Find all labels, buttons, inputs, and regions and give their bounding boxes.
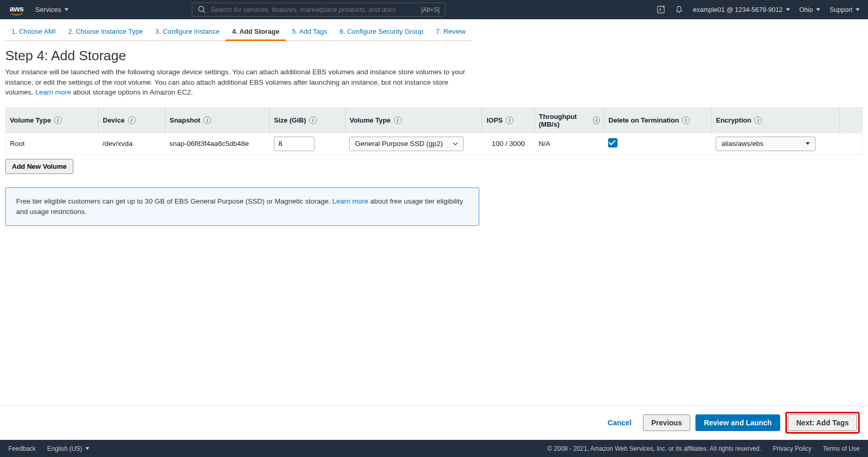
svg-point-0 bbox=[199, 6, 204, 11]
cell-device: /dev/xvda bbox=[98, 133, 165, 155]
desc-post: about storage options in Amazon EC2. bbox=[71, 88, 193, 96]
free-tier-info-box: Free tier eligible customers can get up … bbox=[5, 187, 479, 226]
info-icon[interactable]: i bbox=[593, 116, 600, 124]
cell-snapshot: snap-06f83f4aa6c5db48e bbox=[165, 133, 270, 155]
cloudshell-icon[interactable] bbox=[656, 5, 665, 14]
encryption-select[interactable]: alias/aws/ebs bbox=[716, 137, 816, 151]
caret-down-icon bbox=[64, 8, 69, 11]
caret-down-icon bbox=[856, 8, 860, 11]
col-snapshot: Snapshot bbox=[169, 116, 200, 124]
storage-table: Volume Typei Devicei Snapshoti Size (GiB… bbox=[5, 107, 863, 155]
support-menu[interactable]: Support bbox=[830, 6, 860, 14]
table-header-row: Volume Typei Devicei Snapshoti Size (GiB… bbox=[6, 107, 863, 133]
col-iops: IOPS bbox=[486, 116, 503, 124]
info-icon[interactable]: i bbox=[128, 116, 136, 124]
search-input[interactable] bbox=[211, 6, 421, 14]
cell-throughput: N/A bbox=[534, 133, 604, 155]
info-icon[interactable]: i bbox=[682, 116, 690, 124]
info-icon[interactable]: i bbox=[754, 116, 762, 124]
search-icon bbox=[198, 5, 206, 14]
page-title: Step 4: Add Storage bbox=[5, 48, 863, 64]
col-throughput: Throughput (MB/s) bbox=[539, 113, 590, 128]
delete-on-termination-checkbox[interactable] bbox=[608, 138, 617, 147]
info-icon[interactable]: i bbox=[54, 116, 62, 124]
add-volume-button[interactable]: Add New Volume bbox=[5, 159, 73, 174]
chevron-down-icon bbox=[453, 142, 458, 145]
tab-choose-ami[interactable]: 1. Choose AMI bbox=[5, 24, 62, 41]
aws-swoosh-icon bbox=[8, 13, 25, 16]
learn-more-link[interactable]: Learn more bbox=[35, 88, 71, 96]
header-right: example01 @ 1234-5678-9012 Ohio Support bbox=[656, 5, 860, 14]
aws-logo[interactable]: aws bbox=[8, 4, 25, 16]
info-icon[interactable]: i bbox=[394, 116, 402, 124]
tab-add-storage[interactable]: 4. Add Storage bbox=[226, 24, 285, 41]
services-menu[interactable]: Services bbox=[35, 6, 69, 14]
info-icon[interactable]: i bbox=[203, 116, 211, 124]
info-icon[interactable]: i bbox=[506, 116, 514, 124]
size-input[interactable] bbox=[274, 137, 314, 151]
info-icon[interactable]: i bbox=[309, 116, 317, 124]
tab-review[interactable]: 7. Review bbox=[430, 24, 472, 41]
table-row: Root /dev/xvda snap-06f83f4aa6c5db48e Ge… bbox=[6, 133, 863, 155]
wizard-tabs: 1. Choose AMI 2. Choose Instance Type 3.… bbox=[0, 19, 868, 42]
tab-security-group[interactable]: 6. Configure Security Group bbox=[333, 24, 429, 41]
col-size: Size (GiB) bbox=[274, 116, 306, 124]
col-volume-type: Volume Type bbox=[350, 116, 391, 124]
global-header: aws Services [Alt+S] example01 @ 1234-56… bbox=[0, 0, 868, 19]
info-learn-more-link[interactable]: Learn more bbox=[333, 197, 369, 205]
svg-line-1 bbox=[203, 11, 205, 13]
account-menu[interactable]: example01 @ 1234-5678-9012 bbox=[693, 6, 790, 14]
search-shortcut: [Alt+S] bbox=[421, 6, 440, 14]
cell-volume-kind: Root bbox=[6, 133, 99, 155]
col-encryption: Encryption bbox=[716, 116, 751, 124]
tab-configure-instance[interactable]: 3. Configure Instance bbox=[149, 24, 226, 41]
caret-down-icon bbox=[806, 142, 810, 145]
services-label: Services bbox=[35, 6, 61, 14]
tab-add-tags[interactable]: 5. Add Tags bbox=[286, 24, 334, 41]
col-device: Device bbox=[103, 116, 125, 124]
volume-type-select[interactable]: General Purpose SSD (gp2) bbox=[349, 137, 464, 151]
global-search[interactable]: [Alt+S] bbox=[192, 3, 445, 17]
region-menu[interactable]: Ohio bbox=[799, 6, 820, 14]
tab-instance-type[interactable]: 2. Choose Instance Type bbox=[62, 24, 149, 41]
support-label: Support bbox=[830, 6, 852, 14]
caret-down-icon bbox=[816, 8, 820, 11]
main-content: Step 4: Add Storage Your instance will b… bbox=[0, 42, 868, 226]
volume-type-value: General Purpose SSD (gp2) bbox=[355, 140, 443, 147]
region-label: Ohio bbox=[799, 6, 813, 14]
bell-icon[interactable] bbox=[675, 5, 683, 14]
col-volume-type-kind: Volume Type bbox=[10, 116, 51, 124]
page-description: Your instance will be launched with the … bbox=[5, 67, 478, 98]
col-delete-term: Delete on Termination bbox=[609, 116, 679, 124]
caret-down-icon bbox=[786, 8, 790, 11]
account-label: example01 @ 1234-5678-9012 bbox=[693, 6, 783, 14]
cell-iops: 100 / 3000 bbox=[482, 133, 535, 155]
info-pre: Free tier eligible customers can get up … bbox=[16, 197, 333, 205]
encryption-value: alias/aws/ebs bbox=[721, 140, 764, 147]
